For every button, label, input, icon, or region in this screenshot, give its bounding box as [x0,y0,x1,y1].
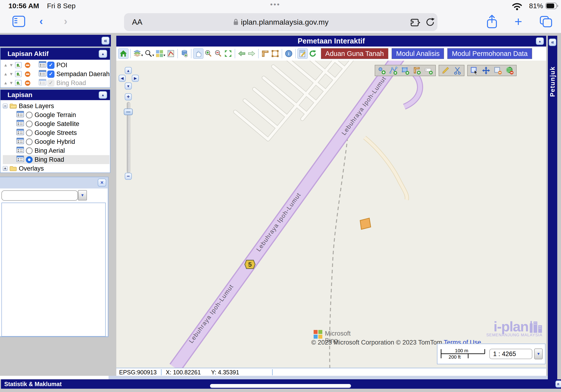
add-line-icon[interactable] [389,66,398,75]
zoom-out-icon[interactable] [213,49,223,58]
move-feature-icon[interactable] [481,66,491,75]
clear-map-icon[interactable] [505,66,514,75]
close-icon[interactable]: × [98,179,106,187]
layers-menu-icon[interactable] [132,49,142,58]
legend-icon[interactable] [16,138,24,146]
zoom-in-button[interactable]: + [125,93,132,100]
aduan-guna-tanah-button[interactable]: Aduan Guna Tanah [321,48,388,59]
save-data-icon[interactable] [180,49,189,58]
collapse-map-header-button[interactable]: ▲ [536,37,544,45]
base-layer-row[interactable]: Bing Aerial [3,146,110,155]
legend-icon[interactable] [39,70,46,78]
base-layer-radio-selected[interactable] [26,156,33,163]
tree-node-base-layers[interactable]: − Base Layers [3,101,110,110]
url-bar[interactable]: AA iplan.planmalaysia.gov.my [124,13,437,31]
cut-scissors-icon[interactable] [453,66,462,75]
expand-node-icon[interactable]: + [3,166,8,171]
move-down-icon[interactable]: ▼ [9,72,14,76]
layer-thumbnail-icon[interactable] [15,62,22,68]
edit-pencil-icon[interactable] [441,66,450,75]
tree-node-overlays[interactable]: + Overlays [3,164,110,173]
add-dimension-icon[interactable] [412,66,422,75]
home-indicator[interactable] [210,384,351,388]
legend-icon[interactable] [16,129,24,137]
legend-icon[interactable] [16,147,24,155]
move-up-icon[interactable]: ▲ [3,72,9,76]
zoom-slider-handle[interactable] [124,109,133,115]
full-extent-icon[interactable] [223,49,233,58]
base-layer-row-selected[interactable]: Bing Road [3,155,109,164]
tabs-icon[interactable] [539,15,552,29]
basemap-gallery-icon[interactable] [155,49,164,58]
dropdown-caret-icon[interactable]: ▾ [152,53,154,57]
dropdown-caret-icon[interactable]: ▾ [163,53,165,57]
zoom-out-button[interactable]: − [125,173,132,180]
base-layer-row[interactable]: Google Terrain [3,110,110,120]
legend-icon[interactable] [16,111,24,119]
extensions-icon[interactable] [410,17,421,28]
base-layer-radio[interactable] [26,120,33,127]
layer-checkbox[interactable]: ✓ [47,62,54,69]
query-select-input[interactable] [1,190,78,201]
zoom-menu-icon[interactable] [143,49,153,58]
previous-extent-icon[interactable] [237,49,247,58]
tab-petunjuk[interactable]: Petunjuk [549,66,556,97]
back-button[interactable]: ‹ [40,16,43,26]
map-viewport[interactable]: Lebuhraya Ipoh-Lumut Lebuhraya Ipoh-Lumu… [116,61,546,368]
modul-analisis-button[interactable]: Modul Analisis [392,48,444,59]
scale-ratio-value[interactable]: 1 : 4265 [489,349,532,359]
move-up-icon[interactable]: ▲ [3,81,9,86]
base-layer-radio[interactable] [26,112,33,119]
sidebar-toggle-icon[interactable] [12,15,25,28]
zoom-in-icon[interactable] [204,49,213,58]
base-layer-radio[interactable] [26,147,33,154]
base-layer-row[interactable]: Google Hybrid [3,137,110,146]
legend-icon[interactable] [16,156,24,163]
home-extent-icon[interactable] [118,48,129,59]
reader-text-size-button[interactable]: AA [132,18,142,27]
new-tab-icon[interactable]: + [515,15,522,28]
modul-permohonan-data-button[interactable]: Modul Permohonan Data [447,48,532,59]
layer-thumbnail-icon[interactable] [15,80,22,86]
base-layer-radio[interactable] [26,138,33,145]
unselect-feature-icon[interactable] [493,66,503,75]
scale-dropdown-button[interactable]: ▼ [534,348,543,359]
collapse-sidebar-button[interactable]: « [101,37,109,45]
expand-statistik-button[interactable]: « [555,381,561,388]
forward-button[interactable]: › [64,16,67,26]
identify-info-icon[interactable]: i [284,49,294,58]
overview-map-icon[interactable] [166,49,176,58]
select-feature-icon[interactable] [470,66,479,75]
layer-checkbox[interactable]: ✓ [47,70,54,78]
pan-down-button[interactable]: ▼ [125,83,132,89]
expand-petunjuk-button[interactable]: « [549,39,556,46]
share-icon[interactable] [486,15,498,30]
legend-icon[interactable] [16,120,24,128]
base-layer-row[interactable]: Google Streets [3,128,110,137]
refresh-icon[interactable] [308,49,318,58]
measure-distance-icon[interactable] [260,49,270,58]
collapse-panel-button[interactable]: ▲ [99,91,107,99]
collapse-node-icon[interactable]: − [3,104,8,108]
dropdown-caret-icon[interactable]: ▾ [141,53,143,57]
measure-area-icon[interactable] [270,49,280,58]
add-polygon-icon[interactable] [400,66,410,75]
layer-thumbnail-icon[interactable] [15,71,22,77]
remove-layer-icon[interactable] [25,80,30,86]
remove-layer-icon[interactable] [25,71,30,77]
add-label-icon[interactable] [424,66,433,75]
legend-icon[interactable] [39,79,46,87]
dropdown-arrow-button[interactable]: ▼ [78,190,87,200]
edit-map-icon[interactable] [297,48,308,59]
add-point-icon[interactable] [377,66,387,75]
reload-icon[interactable] [425,17,435,28]
multitask-dots-icon[interactable]: ••• [270,0,280,9]
collapse-panel-button[interactable]: ▲ [99,50,107,58]
move-down-icon[interactable]: ▼ [9,63,14,68]
pan-right-button[interactable]: ▶ [132,75,139,82]
next-extent-icon[interactable] [247,49,257,58]
base-layer-radio[interactable] [26,130,33,136]
pan-left-button[interactable]: ◀ [119,75,126,82]
move-down-icon[interactable]: ▼ [9,81,14,86]
move-up-icon[interactable]: ▲ [3,63,9,68]
